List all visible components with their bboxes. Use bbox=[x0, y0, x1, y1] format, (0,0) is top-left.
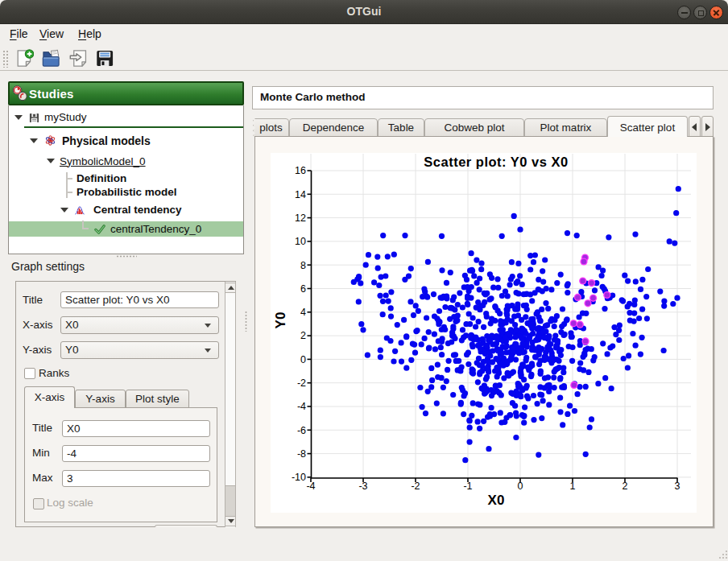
svg-text:-1: -1 bbox=[463, 481, 472, 492]
svg-text:14: 14 bbox=[295, 189, 306, 200]
svg-text:0: 0 bbox=[518, 481, 523, 492]
svg-text:10: 10 bbox=[295, 236, 306, 247]
svg-text:Y0: Y0 bbox=[273, 312, 288, 329]
svg-text:X0: X0 bbox=[488, 493, 505, 508]
svg-text:2: 2 bbox=[300, 330, 306, 341]
svg-text:12: 12 bbox=[295, 212, 306, 224]
svg-text:8: 8 bbox=[300, 260, 306, 271]
svg-text:-2: -2 bbox=[297, 377, 306, 389]
svg-text:6: 6 bbox=[300, 283, 306, 295]
svg-text:-2: -2 bbox=[411, 481, 420, 492]
svg-text:1: 1 bbox=[570, 481, 576, 492]
svg-text:3: 3 bbox=[675, 481, 680, 492]
svg-text:-4: -4 bbox=[306, 481, 315, 492]
svg-text:Scatter plot: Y0 vs X0: Scatter plot: Y0 vs X0 bbox=[424, 155, 568, 169]
svg-text:2: 2 bbox=[623, 481, 628, 492]
svg-text:4: 4 bbox=[300, 307, 306, 318]
svg-text:-8: -8 bbox=[297, 448, 306, 460]
svg-text:0: 0 bbox=[300, 354, 306, 365]
svg-text:-4: -4 bbox=[297, 401, 306, 412]
svg-text:-10: -10 bbox=[292, 472, 306, 483]
svg-text:-6: -6 bbox=[297, 425, 306, 436]
svg-text:16: 16 bbox=[295, 165, 306, 176]
svg-text:-3: -3 bbox=[358, 481, 367, 492]
